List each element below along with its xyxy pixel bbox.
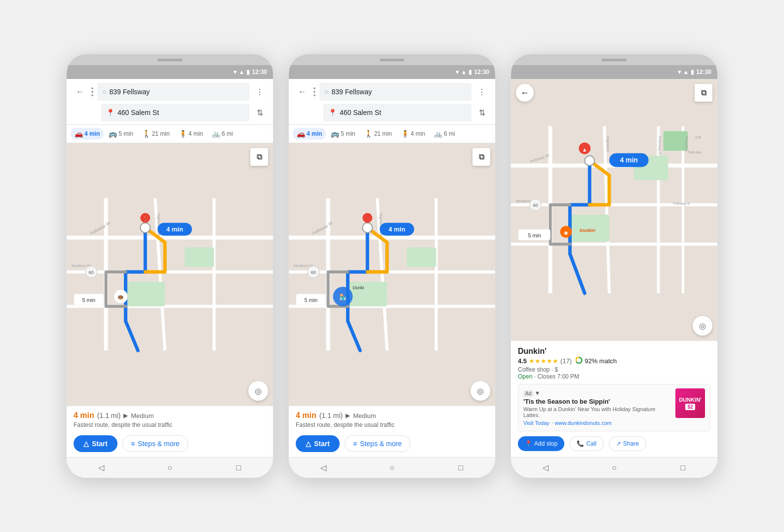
map-layers-btn-2[interactable]: ⧉ [472,148,490,166]
route-time-2: 4 min [296,411,316,420]
map-layers-btn-1[interactable]: ⧉ [250,148,268,166]
svg-text:🏪: 🏪 [339,293,347,301]
steps-btn-2[interactable]: ≡ Steps & more [345,435,410,452]
match-circle [576,357,583,365]
tab-transit-1[interactable]: 🚌 5 min [105,128,137,140]
tab-car-2[interactable]: 🚗 4 min [293,128,326,140]
swap-btn-1[interactable]: ⇅ [252,105,267,120]
svg-text:Highland: Highland [606,136,610,152]
ad-dropdown-icon[interactable]: ▾ [536,389,539,397]
svg-point-66 [585,156,594,166]
layers-icon-3: ⧉ [701,88,706,97]
start-btn-2[interactable]: △ Start [296,435,340,452]
svg-rect-23 [289,198,495,351]
hike-icon-1: 🧍 [179,130,187,138]
wifi-icon-3: ▾ [678,69,681,76]
walk-icon-2: 🚶 [364,130,373,138]
place-type: Coffee shop · $ [518,366,710,373]
nav-bar-1: ← ○ 839 Fellsway ⋮ � [67,79,273,125]
phones-container: ▾ ▲ ▮ 12:30 ← ○ 839 Fellsway [66,54,718,478]
map-location-btn-2[interactable]: ◎ [470,381,490,401]
nav-row-origin-2: ← ○ 839 Fellsway ⋮ [295,83,489,101]
signal-icon-3: ▲ [683,69,689,76]
origin-input-2[interactable]: ○ 839 Fellsway [319,83,471,101]
location-icon-1: ◎ [255,386,262,396]
recent-nav-btn-1[interactable]: □ [231,460,246,475]
more-options-btn-1[interactable]: ⋮ [252,84,267,99]
svg-text:▲: ▲ [582,147,588,152]
tab-transit-2[interactable]: 🚌 5 min [327,128,359,140]
bottom-nav-2: ◁ ○ □ [289,457,495,478]
map-location-btn-3[interactable]: ◎ [693,316,712,336]
start-icon-1: △ [83,440,89,448]
ad-tag: Ad [523,390,533,397]
start-btn-1[interactable]: △ Start [74,435,118,452]
add-stop-btn[interactable]: 📍 Add stop [518,436,564,451]
route-distance-2: (1.1 mi) [319,412,343,419]
battery-icon-3: ▮ [691,69,694,76]
recent-nav-btn-2[interactable]: □ [453,460,468,475]
speaker-2 [380,59,404,61]
add-stop-icon: 📍 [525,440,532,447]
layers-icon-2: ⧉ [479,152,484,161]
ad-link[interactable]: Visit Today [523,420,549,426]
back-nav-btn-2[interactable]: ◁ [316,460,331,475]
back-nav-btn-3[interactable]: ◁ [538,460,553,475]
home-nav-btn-3[interactable]: ○ [607,460,622,475]
ad-image: DUNKIN' $2 [675,388,705,418]
walk-icon-1: 🚶 [142,130,151,138]
svg-text:Dunki: Dunki [353,285,364,290]
tab-walk-1[interactable]: 🚶 21 min [138,128,174,140]
back-nav-btn-1[interactable]: ◁ [94,460,109,475]
wifi-icon-2: ▾ [456,69,459,76]
map-location-btn-1[interactable]: ◎ [248,381,268,401]
svg-text:🍩: 🍩 [118,294,124,301]
svg-text:5 min: 5 min [304,297,317,303]
tab-hike-2[interactable]: 🧍 4 min [397,128,429,140]
dest-input-2[interactable]: 📍 460 Salem St [323,104,471,121]
nav-dots-1 [91,87,93,96]
svg-text:5 min: 5 min [82,297,95,303]
map-back-btn-3[interactable]: ← [516,84,534,102]
recent-nav-btn-3[interactable]: □ [675,460,690,475]
tab-hike-1[interactable]: 🧍 4 min [175,128,207,140]
phone-content-1: ← ○ 839 Fellsway ⋮ � [67,79,273,478]
svg-rect-7 [125,282,165,306]
match-text: 92% match [585,357,617,365]
route-info-1: 4 min (1.1 mi) ▶ Medium Fastest route, d… [67,406,273,431]
phone-content-3: Fellsway W Medford St Highland Fellsway … [511,79,717,478]
svg-text:60: 60 [89,270,94,275]
back-arrow-icon-3: ← [520,88,529,98]
tab-car-1[interactable]: 🚗 4 min [71,128,104,140]
steps-btn-1[interactable]: ≡ Steps & more [122,435,188,452]
map-layers-btn-3[interactable]: ⧉ [695,84,712,102]
play-icon-2: ▶ [346,412,350,419]
route-desc-2: Fastest route, despite the usual traffic [296,421,488,428]
call-btn[interactable]: 📞 Call [569,436,604,451]
home-nav-btn-1[interactable]: ○ [162,460,177,475]
back-btn-1[interactable]: ← [73,84,87,99]
location-icon-3: ◎ [699,321,706,331]
play-icon-1: ▶ [123,412,128,419]
transit-icon-2: 🚌 [331,130,339,138]
share-btn[interactable]: ↗ Share [609,436,646,451]
origin-input-1[interactable]: ○ 839 Fellsway [97,83,249,101]
svg-text:Pleasant: Pleasant [684,136,689,152]
back-btn-2[interactable]: ← [295,84,310,99]
place-card: Dunkin' 4.5 ★★★★★ (17) 92% match Coffee … [511,341,717,457]
time-3: 12:30 [696,69,711,76]
status-icons-2: ▾ ▲ ▮ 12:30 [456,69,489,76]
speaker-3 [602,59,627,61]
bike-icon-2: 🚲 [434,130,442,138]
status-bar-2: ▾ ▲ ▮ 12:30 [289,65,495,79]
tab-bike-2[interactable]: 🚲 6 mi [430,128,459,140]
svg-rect-8 [185,247,214,267]
home-nav-btn-2[interactable]: ○ [385,460,399,475]
tab-bike-1[interactable]: 🚲 6 mi [208,128,237,140]
swap-btn-2[interactable]: ⇅ [474,105,489,120]
tab-walk-2[interactable]: 🚶 21 min [360,128,396,140]
place-actions: 📍 Add stop 📞 Call ↗ Share [518,436,710,451]
more-options-btn-2[interactable]: ⋮ [474,84,489,99]
map-area-1: Fellsway W Medford St Highland Ave 4 min… [67,143,273,406]
dest-input-1[interactable]: 📍 460 Salem St [101,104,249,121]
